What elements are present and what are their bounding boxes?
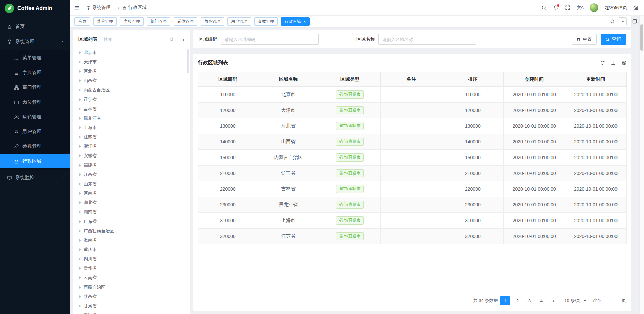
table-column-header: 更新时间 — [565, 72, 626, 87]
tab[interactable]: 部门管理 — [147, 17, 170, 26]
fullscreen-icon[interactable] — [565, 5, 570, 10]
tree-item[interactable]: 海南省 — [73, 236, 190, 245]
sidebar-group-monitor[interactable]: 系统监控 — [0, 171, 70, 184]
table-row[interactable]: 110000 北京市 省市/直辖市 110000 2020-10-01 00:0… — [198, 87, 627, 103]
tree-item[interactable]: 湖北省 — [73, 198, 190, 207]
pagination-page-button[interactable]: 3 — [525, 296, 534, 305]
tree-title: 区域列表 — [78, 36, 97, 42]
tree-item[interactable]: 重庆市 — [73, 245, 190, 254]
sidebar-item-role-mgmt[interactable]: 角色管理 — [0, 110, 70, 124]
notification-bell-icon[interactable] — [553, 5, 558, 10]
sidebar-item-dept-mgmt[interactable]: 部门管理 — [0, 81, 70, 94]
table-row[interactable]: 320000 江苏省 省市/直辖市 320000 2020-10-01 00:0… — [198, 229, 627, 244]
query-button[interactable]: 查询 — [601, 34, 626, 45]
tree-item[interactable]: 江苏省 — [73, 132, 190, 142]
sidebar-item-dict-mgmt[interactable]: 字典管理 — [0, 66, 70, 79]
tree-item[interactable]: 吉林省 — [73, 104, 190, 114]
table-settings-icon[interactable] — [622, 60, 627, 65]
reset-button[interactable]: 重置 — [572, 34, 597, 45]
pagination-page-button[interactable]: 4 — [537, 296, 546, 305]
tree-item[interactable]: 北京市 — [73, 48, 190, 57]
tab-close-icon[interactable]: × — [303, 19, 306, 24]
tree-item[interactable]: 福建省 — [73, 161, 190, 170]
tree-item[interactable]: 辽宁省 — [73, 95, 190, 104]
region-code-input[interactable] — [221, 34, 319, 45]
tab[interactable]: 行政区域 × — [281, 17, 310, 26]
sidebar-collapse-icon[interactable] — [74, 5, 80, 11]
tree-item[interactable]: 江西省 — [73, 170, 190, 179]
tree-item[interactable]: 广东省 — [73, 217, 190, 226]
tree-item[interactable]: 山西省 — [73, 76, 190, 85]
caret-right-icon — [79, 258, 81, 260]
pagination-next-button[interactable] — [549, 296, 558, 305]
tree-item[interactable]: 浙江省 — [73, 142, 190, 151]
table-row[interactable]: 120000 天津市 省市/直辖市 120000 2020-10-01 00:0… — [198, 103, 627, 118]
tree-item[interactable]: 安徽省 — [73, 151, 190, 161]
tree-item[interactable]: 河北省 — [73, 67, 190, 76]
breadcrumb-root[interactable]: 系统管理 — [86, 5, 115, 11]
table-row[interactable]: 150000 内蒙古自治区 省市/直辖市 150000 2020-10-01 0… — [198, 150, 627, 166]
table-row[interactable]: 230000 黑龙江省 省市/直辖市 230000 2020-10-01 00:… — [198, 197, 627, 213]
username[interactable]: 超级管理员 — [605, 5, 627, 11]
tree-item[interactable]: 广西壮族自治区 — [73, 226, 190, 236]
table-row[interactable]: 130000 河北省 省市/直辖市 130000 2020-10-01 00:0… — [198, 118, 627, 134]
tab[interactable]: 菜单管理 — [93, 17, 117, 26]
pagination-page-button[interactable]: 1 — [500, 296, 510, 305]
tab[interactable]: 参数管理 — [254, 17, 278, 26]
chevron-right-icon — [552, 299, 555, 303]
tab[interactable]: 字典管理 — [120, 17, 144, 26]
avatar[interactable] — [590, 3, 598, 12]
tree-item[interactable]: 西藏自治区 — [73, 282, 190, 292]
tab-actions-dropdown[interactable] — [619, 17, 627, 25]
page-size-select[interactable]: 10 条/页 — [561, 296, 590, 305]
tree-item[interactable]: 云南省 — [73, 273, 190, 282]
table-row[interactable]: 310000 上海市 省市/直辖市 310000 2020-10-01 00:0… — [198, 213, 627, 229]
tree-item[interactable]: 山东省 — [73, 179, 190, 189]
search-icon[interactable] — [169, 37, 174, 42]
content-fullscreen-icon[interactable] — [632, 19, 637, 24]
table-row[interactable]: 220000 吉林省 省市/直辖市 220000 2020-10-01 00:0… — [198, 181, 627, 197]
tab[interactable]: 首页 — [74, 17, 90, 26]
tab[interactable]: 角色管理 — [201, 17, 224, 26]
tree-item[interactable]: 河南省 — [73, 189, 190, 198]
tree-item[interactable]: 陕西省 — [73, 292, 190, 301]
refresh-icon[interactable] — [610, 19, 615, 24]
tree-item[interactable]: 湖南省 — [73, 207, 190, 217]
sidebar-item-user-mgmt[interactable]: 用户管理 — [0, 125, 70, 138]
column-height-icon[interactable] — [611, 60, 616, 65]
search-icon[interactable] — [541, 5, 547, 10]
settings-gear-icon[interactable] — [633, 5, 639, 11]
bank-icon — [14, 159, 19, 164]
sidebar-item-menu-mgmt[interactable]: 菜单管理 — [0, 51, 70, 65]
tree-item[interactable]: 甘肃省 — [73, 301, 190, 311]
tab[interactable]: 岗位管理 — [174, 17, 197, 26]
sidebar-item-param-mgmt[interactable]: 参数管理 — [0, 140, 70, 153]
page-scrollbar[interactable] — [639, 16, 644, 314]
sidebar-group-system[interactable]: 系统管理 — [0, 35, 70, 48]
sidebar-item-home[interactable]: 首页 — [0, 20, 70, 34]
table-row[interactable]: 210000 辽宁省 省市/直辖市 210000 2020-10-01 00:0… — [198, 166, 627, 181]
tree-item[interactable]: 天津市 — [73, 57, 190, 67]
tree-scrollbar[interactable] — [187, 49, 189, 73]
tree-item[interactable]: 内蒙古自治区 — [73, 85, 190, 95]
region-name-input[interactable] — [378, 34, 476, 45]
translate-icon[interactable]: 文A — [577, 5, 583, 11]
pagination-page-button[interactable]: 2 — [513, 296, 522, 305]
tab[interactable]: 用户管理 — [227, 17, 251, 26]
tree-item[interactable]: 四川省 — [73, 254, 190, 264]
sidebar-item-region[interactable]: 行政区域 — [0, 154, 70, 168]
tree-item[interactable]: 贵州省 — [73, 264, 190, 273]
refresh-icon[interactable] — [600, 60, 605, 65]
tree-item[interactable]: 黑龙江省 — [73, 114, 190, 123]
sidebar-item-post-mgmt[interactable]: 岗位管理 — [0, 96, 70, 109]
more-options-icon[interactable] — [180, 37, 186, 42]
tree-search-input[interactable] — [104, 37, 167, 42]
table-row[interactable]: 140000 山西省 省市/直辖市 140000 2020-10-01 00:0… — [198, 134, 627, 150]
pagination-jump-input[interactable] — [604, 296, 619, 305]
tree-item[interactable]: 上海市 — [73, 123, 190, 132]
breadcrumb-current[interactable]: 行政区域 — [122, 5, 147, 11]
tree-item-label: 浙江省 — [84, 143, 97, 149]
page-scrollbar-thumb[interactable] — [640, 24, 643, 51]
tree-item[interactable]: 青海省 — [73, 311, 190, 314]
sidebar-item-label: 菜单管理 — [22, 55, 41, 61]
